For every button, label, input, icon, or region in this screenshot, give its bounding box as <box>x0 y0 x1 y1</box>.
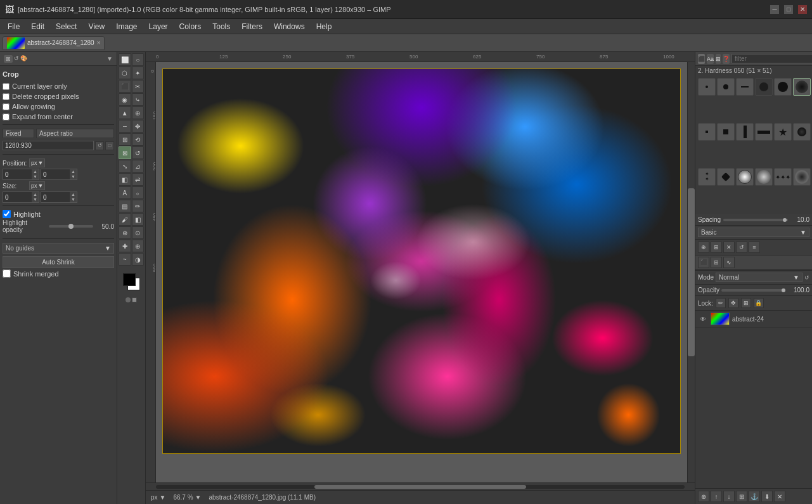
brush-item-4[interactable] <box>755 78 773 96</box>
fixed-dropdown[interactable]: Fixed <box>3 129 34 138</box>
horizontal-scrollbar[interactable] <box>146 482 695 490</box>
menu-item-edit[interactable]: Edit <box>26 21 49 32</box>
pencil-tool[interactable]: ✏ <box>132 200 145 212</box>
brush-item-18[interactable] <box>755 168 773 186</box>
perspective-tool[interactable]: ◧ <box>119 173 131 186</box>
horizontal-scroll-thumb[interactable] <box>314 485 526 489</box>
duplicate-brush-button[interactable]: ⊞ <box>711 242 722 253</box>
panel-config-icon[interactable]: ▼ <box>106 55 113 62</box>
layers-tab-icon2[interactable]: ⊞ <box>711 257 722 268</box>
brushes-filter-input[interactable] <box>731 54 812 63</box>
duplicate-layer-button[interactable]: ⊞ <box>736 491 747 502</box>
gradient-tool[interactable]: ▤ <box>119 200 131 212</box>
panel-tab-2[interactable]: ↺ <box>14 55 19 63</box>
scale-tool[interactable]: ⤡ <box>119 160 131 172</box>
smudge-tool[interactable]: ~ <box>119 253 131 266</box>
shrink-merged-checkbox[interactable] <box>3 269 11 278</box>
crop-tool[interactable]: ⊠ <box>119 146 131 159</box>
brush-item-2[interactable] <box>717 78 735 96</box>
raise-layer-button[interactable]: ↑ <box>711 491 722 502</box>
shear-tool[interactable]: ⊿ <box>132 160 145 172</box>
menu-item-windows[interactable]: Windows <box>269 21 310 32</box>
new-brush-button[interactable]: ⊕ <box>698 242 709 253</box>
highlight-opacity-track[interactable] <box>49 225 93 228</box>
color-select-tool[interactable]: ⬛ <box>119 80 131 93</box>
brush-item-12[interactable]: ★ <box>774 123 792 141</box>
settings-button[interactable]: ≡ <box>749 242 760 253</box>
brush-item-19[interactable]: ✦✦✦ <box>774 168 792 186</box>
rect-select-tool[interactable]: ⬜ <box>119 53 131 66</box>
brush-item-16[interactable] <box>717 168 735 186</box>
menu-item-image[interactable]: Image <box>111 21 142 32</box>
aspect-reset-icon[interactable]: ↺ <box>95 141 104 150</box>
position-y-up[interactable]: ▲ <box>70 169 77 174</box>
brush-tab-icon4[interactable]: ❓ <box>723 54 730 64</box>
brush-item-5[interactable] <box>774 78 792 96</box>
size-w-up[interactable]: ▲ <box>32 192 39 197</box>
position-y-down[interactable]: ▼ <box>70 174 77 179</box>
ellipse-select-tool[interactable]: ○ <box>132 53 145 66</box>
auto-shrink-button[interactable]: Auto Shrink <box>3 256 114 268</box>
size-h-input[interactable] <box>41 193 70 202</box>
rotate-tool[interactable]: ↺ <box>132 146 145 159</box>
new-layer-button[interactable]: ⊕ <box>698 491 709 502</box>
clone-tool[interactable]: ⊕ <box>132 240 145 252</box>
position-x-down[interactable]: ▼ <box>32 174 39 179</box>
panel-tab-active[interactable]: ⊠ <box>4 55 13 63</box>
expand-from-center-checkbox[interactable] <box>3 113 10 120</box>
brush-item-8[interactable] <box>698 123 716 141</box>
brush-item-20[interactable] <box>793 168 811 186</box>
menu-item-filters[interactable]: Filters <box>236 21 267 32</box>
free-select-tool[interactable]: ⬡ <box>119 67 131 79</box>
preset-dropdown[interactable]: Basic ▼ <box>698 228 809 237</box>
brush-item-6[interactable] <box>793 78 811 96</box>
lock-position-button[interactable]: ✥ <box>728 298 738 308</box>
dodge-burn-tool[interactable]: ◑ <box>132 253 145 266</box>
airbrush-tool[interactable]: ⊛ <box>119 226 131 239</box>
brush-tab-icon3[interactable]: ⊞ <box>716 54 721 64</box>
brush-item-11[interactable] <box>755 123 773 141</box>
eraser-tool[interactable]: ◧ <box>132 213 145 226</box>
mode-reset-icon[interactable]: ↺ <box>804 275 809 281</box>
merge-layer-button[interactable]: ⬇ <box>761 491 773 502</box>
brush-item-10[interactable] <box>736 123 754 141</box>
menu-item-layer[interactable]: Layer <box>144 21 173 32</box>
canvas-image[interactable] <box>162 68 681 454</box>
anchor-layer-button[interactable]: ⚓ <box>749 491 760 502</box>
image-tab[interactable]: abstract-2468874_1280 × <box>3 36 105 50</box>
allow-growing-checkbox[interactable] <box>3 103 10 110</box>
reset-colors-icon[interactable] <box>126 297 131 302</box>
align-tool[interactable]: ⊞ <box>119 133 131 146</box>
color-picker-tool[interactable]: ▲ <box>119 107 131 119</box>
menu-item-view[interactable]: View <box>83 21 110 32</box>
bucket-fill-tool[interactable]: ⬦ <box>132 186 145 199</box>
brush-tab-icon1[interactable]: ⬛ <box>698 54 705 64</box>
ink-tool[interactable]: ⊙ <box>132 226 145 239</box>
panel-tab-color[interactable]: 🎨 <box>20 55 27 63</box>
zoom-tool[interactable]: ⊕ <box>132 107 145 119</box>
move-tool[interactable]: ✥ <box>132 120 145 132</box>
current-layer-checkbox[interactable] <box>3 83 10 90</box>
lock-all-button[interactable]: 🔒 <box>754 298 764 308</box>
menu-item-file[interactable]: File <box>3 21 25 32</box>
menu-item-tools[interactable]: Tools <box>207 21 235 32</box>
swap-colors-icon[interactable] <box>132 297 137 302</box>
vertical-scrollbar[interactable] <box>687 62 695 482</box>
guides-dropdown[interactable]: No guides ▼ <box>3 243 114 254</box>
delete-layer-button[interactable]: ✕ <box>774 491 785 502</box>
layer-visibility-icon[interactable]: 👁 <box>698 314 708 324</box>
heal-tool[interactable]: ✚ <box>119 240 131 252</box>
size-w-down[interactable]: ▼ <box>32 197 39 202</box>
flip-tool[interactable]: ⇌ <box>132 173 145 186</box>
aspect-dropdown[interactable]: Aspect ratio <box>36 129 114 138</box>
foreground-color[interactable] <box>123 273 136 286</box>
canvas-wrapper[interactable] <box>156 62 687 482</box>
lock-pixels-button[interactable]: ✏ <box>716 298 726 308</box>
paths-tool[interactable]: ⤷ <box>132 93 145 106</box>
layers-tab-icon3[interactable]: ∿ <box>723 257 735 268</box>
size-unit-dropdown[interactable]: px ▼ <box>29 181 45 190</box>
paintbrush-tool[interactable]: 🖌 <box>119 213 131 226</box>
size-h-down[interactable]: ▼ <box>70 197 77 202</box>
delete-cropped-checkbox[interactable] <box>3 93 10 100</box>
brush-item-15[interactable]: ✦✦ <box>698 168 716 186</box>
